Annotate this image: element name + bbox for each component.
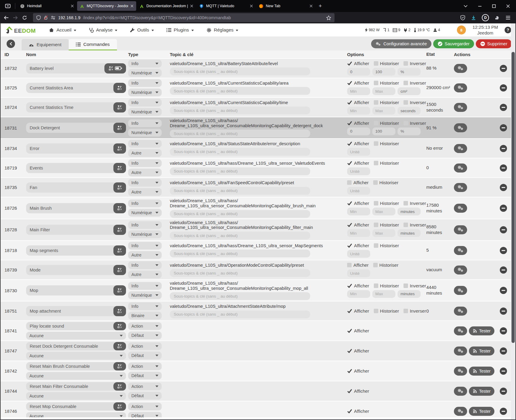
command-name-input[interactable]	[26, 63, 104, 74]
checkbox-historiser[interactable]: Historiser	[374, 61, 399, 66]
shutter-status[interactable]: 9	[393, 28, 400, 32]
configure-command-button[interactable]	[454, 326, 467, 335]
unchecked-box[interactable]	[374, 100, 378, 105]
page-scrollbar[interactable]	[511, 23, 515, 419]
checkbox-afficher[interactable]: Afficher	[347, 201, 369, 206]
tab-valetudo[interactable]: MQTT | Valetudo	[196, 1, 256, 11]
notification-badge[interactable]: 8	[457, 26, 466, 34]
checked-icon[interactable]	[347, 388, 352, 394]
unchecked-box[interactable]	[404, 284, 408, 288]
tester-button[interactable]: Tester	[469, 346, 494, 356]
unchecked-box[interactable]	[374, 61, 378, 66]
option-field[interactable]: minutes	[398, 290, 421, 298]
option-field[interactable]: 0	[347, 128, 370, 135]
subtopic-input[interactable]	[170, 187, 310, 195]
tab-commandes[interactable]: Commandes	[69, 39, 117, 50]
configure-command-button[interactable]	[454, 83, 467, 92]
display-config-button[interactable]	[113, 402, 126, 411]
configure-command-button[interactable]	[454, 183, 467, 192]
subtype-select[interactable]: Autre	[128, 251, 162, 259]
subtopic-input[interactable]	[170, 130, 310, 137]
display-config-button[interactable]	[113, 306, 126, 316]
display-config-button[interactable]	[113, 83, 126, 93]
display-config-button[interactable]	[113, 123, 126, 133]
checked-icon[interactable]	[347, 283, 352, 288]
unchecked-box[interactable]	[374, 121, 378, 125]
extensions-puzzle-icon[interactable]	[495, 15, 500, 20]
configure-command-button[interactable]	[454, 225, 467, 234]
unchecked-box[interactable]	[404, 309, 408, 313]
maximize-icon[interactable]	[492, 4, 496, 8]
remove-command-button[interactable]	[500, 205, 507, 212]
checkbox-historiser[interactable]: Historiser	[374, 100, 399, 105]
command-name-input[interactable]	[26, 382, 113, 391]
option-field[interactable]: minutes	[398, 208, 421, 215]
url-field[interactable]: 192.168.1.9/index.php?v=d&m=MQTTDiscover…	[33, 13, 334, 22]
display-config-button[interactable]	[113, 143, 126, 154]
command-name-input[interactable]	[26, 342, 113, 350]
unchecked-box[interactable]	[347, 263, 352, 267]
option-field[interactable]: 100	[372, 68, 395, 76]
power-status[interactable]: 982 W	[365, 28, 380, 32]
subtype-select[interactable]: Défaut	[128, 332, 162, 339]
subtype-select[interactable]: Numérique	[128, 88, 162, 96]
subtopic-input[interactable]	[170, 167, 310, 175]
type-select[interactable]: Action	[128, 362, 162, 370]
option-field[interactable]: seconds	[398, 107, 421, 115]
display-config-button[interactable]	[113, 362, 126, 370]
checkbox-historiser[interactable]: Historiser	[374, 308, 399, 314]
profile-avatar[interactable]: D	[482, 14, 489, 21]
tracking-shield-icon[interactable]	[36, 15, 41, 20]
configure-command-button[interactable]	[454, 307, 467, 316]
type-select[interactable]: Action	[128, 342, 162, 350]
remove-command-button[interactable]	[500, 124, 507, 131]
command-name-input[interactable]	[26, 225, 113, 235]
remove-command-button[interactable]	[500, 408, 507, 415]
checkbox-afficher[interactable]: Afficher	[347, 283, 369, 288]
checkbox-afficher[interactable]: Afficher	[347, 80, 369, 86]
subtopic-input[interactable]	[170, 210, 310, 218]
option-field[interactable]: Max	[372, 208, 395, 215]
checkbox-afficher[interactable]: Afficher	[347, 61, 369, 66]
checked-icon[interactable]	[347, 368, 352, 374]
type-select[interactable]: Info	[128, 79, 162, 87]
checkbox-afficher[interactable]: Afficher	[347, 328, 369, 333]
display-config-button[interactable]	[113, 102, 126, 112]
option-field[interactable]: Min	[347, 290, 370, 298]
subtype-select[interactable]: Numérique	[128, 69, 162, 77]
close-icon[interactable]	[310, 4, 313, 8]
unchecked-box[interactable]	[404, 100, 408, 105]
temperature-status[interactable]: 19.9 °C	[414, 28, 430, 32]
list-tabs-chevron-icon[interactable]	[464, 5, 468, 8]
subtype-select[interactable]: Numérique	[128, 230, 162, 238]
unchecked-box[interactable]	[373, 263, 378, 267]
option-field[interactable]: Max	[372, 87, 395, 95]
remove-command-button[interactable]	[500, 327, 507, 334]
remove-command-button[interactable]	[500, 184, 507, 191]
type-select[interactable]: Info	[128, 221, 162, 229]
option-field[interactable]: Min	[347, 87, 370, 95]
subtype-select[interactable]: Autre	[128, 169, 162, 176]
close-icon[interactable]	[250, 4, 253, 8]
type-select[interactable]: Info	[128, 159, 162, 167]
command-name-input[interactable]	[26, 362, 113, 370]
remove-command-button[interactable]	[500, 247, 507, 254]
subtype-select[interactable]: Autre	[128, 149, 162, 157]
checkbox-afficher[interactable]: Afficher	[347, 348, 369, 353]
checkbox-afficher[interactable]: Afficher	[347, 100, 369, 105]
subtype-select[interactable]: Numérique	[128, 108, 162, 116]
download-icon[interactable]	[471, 15, 476, 20]
option-field[interactable]: Min	[347, 107, 370, 115]
subtype-select[interactable]: Défaut	[128, 352, 162, 359]
delete-button[interactable]: Supprimer	[476, 39, 512, 48]
type-select[interactable]: Info	[128, 282, 162, 290]
checked-icon[interactable]	[347, 61, 352, 66]
unchecked-box[interactable]	[373, 180, 378, 185]
back-button[interactable]	[4, 15, 9, 20]
command-name-input[interactable]	[26, 245, 113, 256]
option-field[interactable]: Max	[372, 229, 395, 237]
checkbox-historiser[interactable]: Historiser	[374, 201, 399, 206]
checkbox-historiser[interactable]: Historiser	[374, 283, 399, 288]
checkbox-afficher[interactable]: Afficher	[347, 308, 369, 314]
type-select[interactable]: Action	[128, 382, 162, 390]
